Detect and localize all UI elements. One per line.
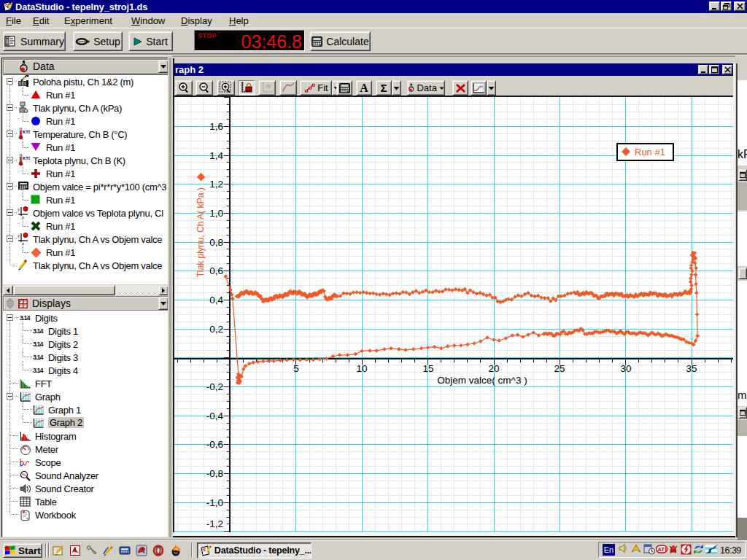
- svg-text:10: 10: [356, 363, 367, 374]
- svg-text:15: 15: [422, 363, 433, 374]
- svg-text:-0,8: -0,8: [206, 468, 223, 479]
- svg-text:-0,6: -0,6: [206, 439, 223, 450]
- svg-text:3.14: 3.14: [33, 341, 44, 348]
- svg-text:30: 30: [620, 363, 631, 374]
- svg-text:3.14: 3.14: [33, 367, 44, 374]
- svg-text:35: 35: [686, 363, 697, 374]
- svg-text:-1,2: -1,2: [206, 518, 223, 529]
- svg-text:1,0: 1,0: [209, 208, 223, 219]
- svg-text:0,4: 0,4: [209, 295, 223, 306]
- svg-text:ATI: ATI: [657, 546, 666, 553]
- svg-text:-1,0: -1,0: [206, 497, 223, 508]
- svg-text:3.14: 3.14: [33, 327, 44, 335]
- svg-text:25: 25: [554, 363, 565, 374]
- svg-text:Objem valce( cm^3 ): Objem valce( cm^3 ): [437, 375, 527, 386]
- svg-text:y: y: [18, 207, 20, 211]
- svg-text:KTD: KTD: [23, 130, 30, 134]
- svg-text:-0,4: -0,4: [206, 411, 224, 421]
- svg-text:1,4: 1,4: [209, 150, 223, 161]
- svg-text:0,6: 0,6: [209, 265, 223, 276]
- svg-text:5: 5: [293, 363, 299, 374]
- svg-text:y: y: [18, 233, 20, 238]
- svg-text:3.14: 3.14: [33, 354, 44, 361]
- svg-text:3.14: 3.14: [20, 314, 31, 322]
- svg-text:1,6: 1,6: [209, 121, 223, 132]
- svg-text:-0,2: -0,2: [206, 381, 223, 392]
- svg-text:xy: xy: [265, 83, 271, 89]
- svg-text:Run #1: Run #1: [635, 147, 665, 158]
- svg-text:0,8: 0,8: [209, 237, 223, 248]
- svg-text:20: 20: [488, 363, 499, 374]
- svg-text:Tlak plynu, Ch A( kPa ): Tlak plynu, Ch A( kPa ): [196, 187, 206, 277]
- svg-text:0,2: 0,2: [209, 324, 223, 335]
- svg-text:KTD: KTD: [23, 156, 30, 160]
- svg-text:1,2: 1,2: [209, 179, 223, 190]
